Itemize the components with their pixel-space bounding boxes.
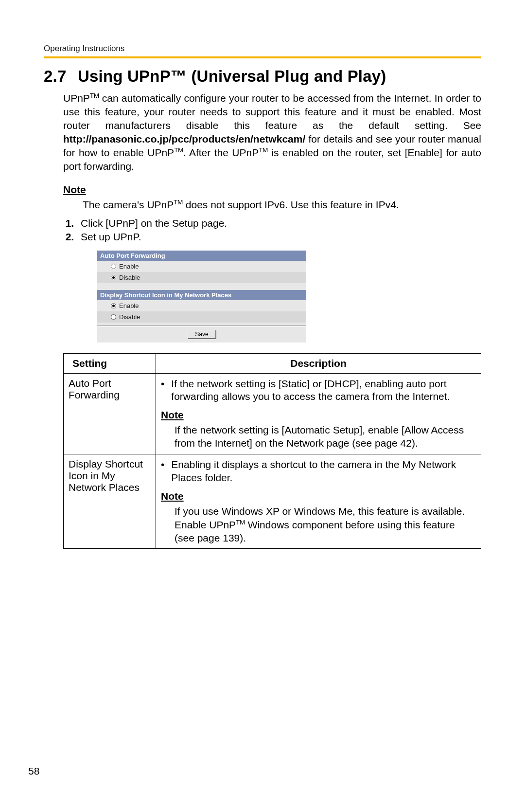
- note-body: The camera's UPnPTM does not support IPv…: [83, 198, 481, 211]
- radio-label: Disable: [119, 313, 140, 321]
- section-number: 2.7: [44, 67, 78, 86]
- radio-row-enable-2[interactable]: Enable: [97, 300, 306, 311]
- cell-note-heading: Note: [161, 409, 476, 421]
- note-heading: Note: [63, 184, 481, 196]
- panel-divider: [97, 325, 306, 326]
- trademark-symbol: TM: [174, 146, 183, 154]
- cell-note-heading: Note: [161, 490, 476, 502]
- panel-header-autoport: Auto Port Forwarding: [97, 251, 306, 261]
- section-title-text: Using UPnP™ (Universal Plug and Play): [78, 67, 386, 85]
- step-item: Click [UPnP] on the Setup page.: [77, 217, 481, 229]
- settings-table: Setting Description Auto Port Forwarding…: [63, 353, 481, 549]
- cell-setting: Auto Port Forwarding: [64, 373, 156, 454]
- table-header-row: Setting Description: [64, 353, 481, 373]
- col-header-setting: Setting: [64, 353, 156, 373]
- radio-icon[interactable]: [111, 303, 116, 308]
- header-rule: [44, 56, 481, 58]
- running-header: Operating Instructions: [44, 44, 481, 54]
- table-row: Auto Port Forwarding • If the network se…: [64, 373, 481, 454]
- upnp-config-panel: Auto Port Forwarding Enable Disable Disp…: [97, 251, 306, 343]
- col-header-description: Description: [156, 353, 481, 373]
- radio-row-disable[interactable]: Disable: [97, 272, 306, 283]
- bullet-icon: •: [161, 378, 164, 404]
- cell-note-body: If the network setting is [Automatic Set…: [175, 424, 476, 450]
- trademark-symbol: TM: [174, 198, 183, 206]
- button-row: Save: [97, 329, 306, 340]
- document-page: Operating Instructions 2.7Using UPnP™ (U…: [0, 0, 525, 812]
- intro-url: http://panasonic.co.jp/pcc/products/en/n…: [63, 133, 305, 144]
- save-button[interactable]: Save: [188, 330, 215, 339]
- radio-icon[interactable]: [111, 275, 116, 280]
- cell-note-body: If you use Windows XP or Windows Me, thi…: [175, 505, 476, 545]
- page-number: 58: [28, 765, 39, 777]
- steps-list: Click [UPnP] on the Setup page. Set up U…: [63, 217, 481, 243]
- cell-description: • Enabling it displays a shortcut to the…: [156, 454, 481, 549]
- table-row: Display Shortcut Icon in My Network Plac…: [64, 454, 481, 549]
- trademark-symbol: TM: [259, 146, 268, 154]
- radio-row-enable[interactable]: Enable: [97, 261, 306, 272]
- radio-row-disable-2[interactable]: Disable: [97, 311, 306, 323]
- radio-label: Enable: [119, 263, 139, 270]
- trademark-symbol: TM: [90, 92, 99, 99]
- panel-header-shortcut: Display Shortcut Icon in My Network Plac…: [97, 290, 306, 300]
- section-heading: 2.7Using UPnP™ (Universal Plug and Play): [44, 67, 481, 86]
- radio-label: Enable: [119, 302, 139, 309]
- intro-paragraph: UPnPTM can automatically configure your …: [63, 91, 481, 173]
- radio-icon[interactable]: [111, 264, 116, 269]
- bullet-icon: •: [161, 458, 164, 485]
- panel-gap: [97, 283, 306, 290]
- radio-label: Disable: [119, 274, 140, 281]
- cell-description: • If the network setting is [Static] or …: [156, 373, 481, 454]
- cell-setting: Display Shortcut Icon in My Network Plac…: [64, 454, 156, 549]
- bullet-text: Enabling it displays a shortcut to the c…: [171, 458, 476, 485]
- body-block: UPnPTM can automatically configure your …: [63, 91, 481, 549]
- trademark-symbol: TM: [236, 519, 245, 526]
- bullet-text: If the network setting is [Static] or [D…: [171, 378, 476, 404]
- step-item: Set up UPnP.: [77, 231, 481, 243]
- radio-icon[interactable]: [111, 314, 116, 320]
